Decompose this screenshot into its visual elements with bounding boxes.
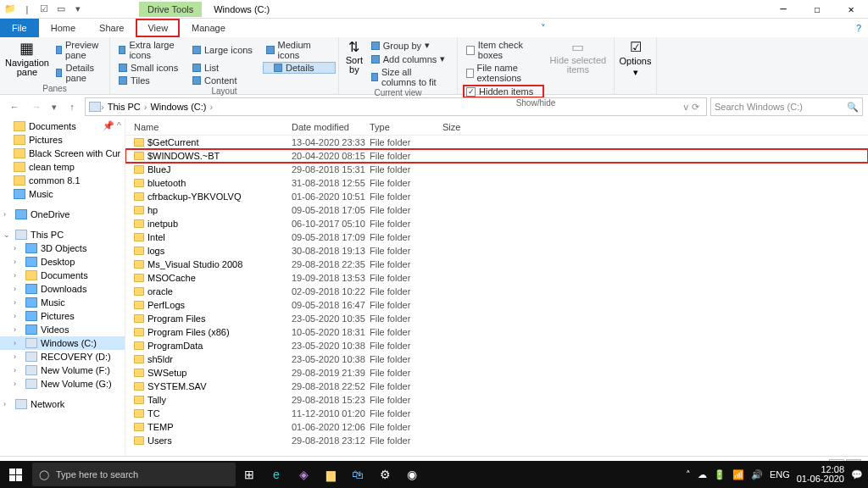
nav-cleantemp[interactable]: clean temp [0, 160, 125, 174]
breadcrumb-thispc[interactable]: This PC [104, 102, 144, 112]
close-button[interactable]: ✕ [834, 0, 868, 19]
file-row[interactable]: Program Files23-05-2020 10:35File folder [125, 312, 868, 325]
file-row[interactable]: bluetooth31-08-2018 12:55File folder [125, 176, 868, 190]
edge-icon[interactable]: e [263, 461, 290, 488]
file-row[interactable]: ProgramData23-05-2020 10:38File folder [125, 339, 868, 352]
tray-lang[interactable]: ENG [770, 469, 790, 480]
qat-dropdown-icon[interactable]: ▾ [71, 3, 85, 16]
settings-icon[interactable]: ⚙ [371, 461, 398, 488]
nav-pictures[interactable]: Pictures [0, 133, 125, 147]
layout-lg[interactable]: Large icons [189, 39, 262, 61]
file-row[interactable]: TC11-12-2010 01:20File folder [125, 407, 868, 420]
file-row[interactable]: SYSTEM.SAV29-08-2018 22:52File folder [125, 380, 868, 393]
file-list-pane[interactable]: Name Date modified Type Size $GetCurrent… [125, 119, 868, 456]
breadcrumb-winc[interactable]: Windows (C:) [147, 102, 209, 112]
nav-music[interactable]: Music [0, 187, 125, 201]
nav-recent-dropdown[interactable]: ▾ [49, 97, 59, 116]
file-row[interactable]: PerfLogs09-05-2018 16:47File folder [125, 298, 868, 312]
nav-newvol-g[interactable]: ›New Volume (G:) [0, 377, 125, 391]
refresh-icon[interactable]: ⟳ [688, 102, 703, 113]
props-icon[interactable]: ▭ [54, 3, 68, 16]
layout-xl[interactable]: Extra large icons [115, 39, 188, 61]
col-type[interactable]: Type [370, 122, 442, 132]
nav-videos[interactable]: ›Videos [0, 323, 125, 336]
file-row[interactable]: oracle02-09-2018 10:22File folder [125, 285, 868, 298]
tray-battery-icon[interactable]: 🔋 [714, 469, 726, 480]
file-row[interactable]: logs30-08-2018 19:13File folder [125, 244, 868, 258]
details-pane-button[interactable]: Details pane [53, 62, 104, 84]
file-row[interactable]: TEMP01-06-2020 12:06File folder [125, 420, 868, 434]
item-checkboxes-toggle[interactable]: Item check boxes [463, 39, 544, 61]
tab-view[interactable]: View [136, 19, 180, 37]
nav-newvol-f[interactable]: ›New Volume (F:) [0, 363, 125, 377]
tray-cloud-icon[interactable]: ☁ [698, 469, 707, 480]
tray-clock[interactable]: 12:0801-06-2020 [797, 465, 844, 484]
layout-content[interactable]: Content [189, 75, 262, 86]
file-row[interactable]: BlueJ29-08-2018 15:31File folder [125, 163, 868, 176]
navpane-button[interactable]: Navigation pane [5, 58, 49, 77]
system-tray[interactable]: ˄ ☁ 🔋 📶 🔊 ENG 12:0801-06-2020 💬 [686, 465, 868, 484]
chrome-icon[interactable]: ◉ [398, 461, 426, 488]
nav-up-button[interactable]: ↑ [63, 97, 81, 116]
file-row[interactable]: Intel09-05-2018 17:09File folder [125, 230, 868, 244]
nav-3dobjects[interactable]: ›3D Objects [0, 241, 125, 255]
nav-network[interactable]: ›Network [0, 397, 125, 411]
tab-share[interactable]: Share [87, 19, 136, 37]
col-name[interactable]: Name [125, 122, 292, 132]
taskview-icon[interactable]: ⊞ [236, 461, 263, 488]
nav-onedrive[interactable]: ›OneDrive [0, 208, 125, 221]
options-button[interactable]: Options [620, 56, 652, 66]
tray-notifications-icon[interactable]: 💬 [851, 469, 863, 480]
address-bar[interactable]: › This PC › Windows (C:) › v ⟳ [85, 97, 707, 116]
col-size[interactable]: Size [442, 122, 493, 132]
collapse-ribbon-icon[interactable]: ˅ [534, 19, 553, 37]
search-box[interactable]: Search Windows (C:) 🔍 [710, 97, 863, 116]
file-row[interactable]: Tally29-08-2018 15:23File folder [125, 393, 868, 407]
checkbox-icon[interactable]: ☑ [37, 3, 51, 16]
minimize-button[interactable]: ─ [766, 0, 800, 19]
layout-details[interactable]: Details [263, 62, 336, 74]
nav-documents2[interactable]: ›Documents [0, 269, 125, 282]
navigation-pane[interactable]: Documents📌 ^ Pictures Black Screen with … [0, 119, 125, 456]
tab-file[interactable]: File [0, 19, 39, 37]
col-date[interactable]: Date modified [292, 122, 370, 132]
addcols-button[interactable]: Add columns ▾ [368, 53, 452, 65]
nav-documents[interactable]: Documents📌 ^ [0, 119, 125, 133]
store-icon[interactable]: 🛍 [344, 461, 371, 488]
nav-desktop[interactable]: ›Desktop [0, 255, 125, 269]
nav-common[interactable]: common 8.1 [0, 174, 125, 187]
layout-list[interactable]: List [189, 62, 262, 74]
groupby-button[interactable]: Group by ▾ [368, 39, 452, 52]
sizeall-button[interactable]: Size all columns to fit [368, 66, 452, 88]
layout-tiles[interactable]: Tiles [115, 75, 188, 86]
nav-blackscreen[interactable]: Black Screen with Cur [0, 147, 125, 160]
nav-downloads[interactable]: ›Downloads [0, 282, 125, 296]
file-row[interactable]: Users29-08-2018 23:12File folder [125, 434, 868, 447]
column-headers[interactable]: Name Date modified Type Size [125, 119, 868, 136]
nav-recovery-d[interactable]: ›RECOVERY (D:) [0, 350, 125, 363]
tab-home[interactable]: Home [39, 19, 87, 37]
nav-music2[interactable]: ›Music [0, 296, 125, 309]
maximize-button[interactable]: ☐ [800, 0, 834, 19]
explorer-icon[interactable]: ▆ [317, 461, 344, 488]
nav-back-button[interactable]: ← [5, 97, 24, 116]
help-icon[interactable]: ? [849, 19, 868, 37]
options-dropdown-icon[interactable]: ▾ [633, 67, 638, 78]
chevron-right-icon[interactable]: › [209, 102, 213, 112]
file-row[interactable]: Ms_Visual Studio 200829-08-2018 22:35Fil… [125, 258, 868, 271]
tray-wifi-icon[interactable]: 📶 [732, 469, 744, 480]
layout-md[interactable]: Medium icons [263, 39, 336, 61]
taskbar[interactable]: ◯Type here to search ⊞ e ◈ ▆ 🛍 ⚙ ◉ ˄ ☁ 🔋… [0, 461, 868, 488]
hide-selected-button[interactable]: Hide selected items [548, 56, 609, 75]
file-row[interactable]: Program Files (x86)10-05-2020 18:31File … [125, 325, 868, 339]
taskbar-search[interactable]: ◯Type here to search [32, 463, 236, 486]
vs-icon[interactable]: ◈ [290, 461, 317, 488]
file-row[interactable]: inetpub06-10-2017 05:10File folder [125, 217, 868, 230]
nav-pictures2[interactable]: ›Pictures [0, 309, 125, 323]
hidden-items-toggle[interactable]: ✓Hidden items [463, 85, 544, 98]
file-extensions-toggle[interactable]: File name extensions [463, 62, 544, 84]
tray-chevron-icon[interactable]: ˄ [686, 469, 691, 480]
preview-pane-button[interactable]: Preview pane [53, 39, 104, 61]
file-row[interactable]: MSOCache19-09-2018 13:53File folder [125, 271, 868, 285]
file-row[interactable]: hp09-05-2018 17:05File folder [125, 203, 868, 217]
